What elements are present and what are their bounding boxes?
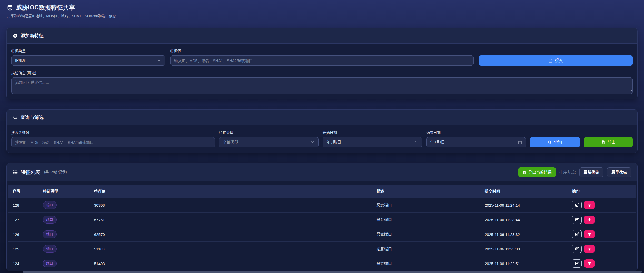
sort-mode-label: 排序方式:	[559, 170, 576, 175]
table-header-row: 序号 特征类型 特征值 描述 提交时间 操作	[8, 185, 636, 198]
calendar-icon[interactable]	[518, 140, 522, 144]
feature-type-select[interactable]: IP地址	[11, 55, 165, 66]
feature-list-card-header: 特征列表 (共128条记录) 导出当前结果 排序方式: 最新优先	[7, 163, 637, 181]
list-icon	[13, 170, 18, 175]
cell-time: 2025-11-06 11:22:51	[480, 261, 567, 266]
delete-button[interactable]	[584, 230, 595, 238]
cell-value: 30303	[90, 203, 372, 207]
end-date-value: 年 /月/日	[430, 140, 445, 145]
cell-value: 62570	[90, 232, 372, 237]
column-header-value: 特征值	[90, 189, 372, 194]
edit-button[interactable]	[572, 259, 582, 268]
type-badge: 端口	[43, 245, 57, 253]
cell-serial: 126	[8, 232, 38, 237]
cell-desc: 恶意端口	[372, 261, 480, 266]
cell-desc: 恶意端口	[372, 203, 480, 208]
edit-button[interactable]	[572, 245, 582, 253]
feature-type-selected-value: IP地址	[15, 58, 26, 63]
column-header-desc: 描述	[372, 189, 480, 194]
delete-button[interactable]	[584, 216, 595, 224]
cell-serial: 124	[8, 261, 38, 266]
cell-time: 2025-11-06 11:23:44	[480, 218, 567, 222]
column-header-serial: 序号	[8, 189, 38, 194]
table-row: 127 端口 57761 恶意端口 2025-11-06 11:23:44	[8, 213, 636, 227]
cell-type: 端口	[38, 230, 90, 238]
delete-button[interactable]	[584, 201, 595, 209]
feature-value-input[interactable]	[170, 55, 474, 66]
add-feature-card-title: 添加新特征	[21, 33, 44, 39]
delete-button[interactable]	[584, 259, 595, 268]
search-icon	[548, 140, 552, 144]
cell-value: 57761	[90, 218, 372, 222]
feature-type-label: 特征类型	[11, 49, 165, 53]
calendar-icon[interactable]	[414, 140, 418, 144]
end-date-input[interactable]: 年 /月/日	[426, 137, 526, 147]
sort-oldest-button[interactable]: 最早优先	[607, 167, 631, 177]
column-header-time: 提交时间	[480, 189, 567, 194]
query-button[interactable]: 查询	[530, 137, 580, 147]
cell-type: 端口	[38, 216, 90, 224]
cell-type: 端口	[38, 201, 90, 209]
table-row: 124 端口 51493 恶意端口 2025-11-06 11:22:51	[8, 256, 636, 271]
cell-desc: 恶意端口	[372, 232, 480, 237]
cell-actions	[567, 201, 636, 209]
horizontal-scrollbar[interactable]	[23, 271, 642, 273]
cell-type: 端口	[38, 245, 90, 253]
database-icon	[7, 5, 13, 11]
submit-button[interactable]: 提交	[479, 55, 633, 66]
sort-newest-button[interactable]: 最新优先	[579, 167, 603, 177]
filter-type-label: 特征类型	[219, 130, 319, 135]
feature-list-title: 特征列表	[21, 169, 40, 176]
plus-circle-icon	[13, 33, 18, 38]
description-label: 描述信息 (可选)	[11, 71, 633, 75]
feature-value-label: 特征值	[170, 49, 474, 53]
cell-time: 2025-11-06 11:23:03	[480, 247, 567, 251]
export-button-label: 导出	[608, 140, 616, 145]
description-textarea[interactable]	[11, 77, 633, 94]
keyword-input[interactable]	[11, 137, 215, 147]
cell-desc: 恶意端口	[372, 247, 480, 251]
column-header-type: 特征类型	[38, 189, 90, 194]
page-subtitle: 共享和查询恶意IP地址、MD5值、域名、SHA1、SHA256和端口信息	[7, 14, 637, 18]
end-date-label: 结束日期	[426, 130, 526, 135]
type-badge: 端口	[43, 201, 57, 209]
app-header: 威胁IOC数据特征共享 共享和查询恶意IP地址、MD5值、域名、SHA1、SHA…	[6, 3, 638, 18]
cell-serial: 125	[8, 247, 38, 251]
edit-button[interactable]	[572, 230, 582, 238]
cell-time: 2025-11-06 11:24:14	[480, 203, 567, 207]
page: 威胁IOC数据特征共享 共享和查询恶意IP地址、MD5值、域名、SHA1、SHA…	[0, 0, 644, 271]
search-icon	[13, 115, 18, 120]
delete-button[interactable]	[584, 245, 595, 253]
export-current-button-label: 导出当前结果	[529, 170, 552, 175]
chevron-down-icon	[157, 58, 161, 63]
filter-type-select[interactable]: 全部类型	[219, 137, 319, 147]
excel-file-icon	[522, 170, 526, 174]
add-feature-card: 添加新特征 特征类型 IP地址 特征值	[6, 28, 638, 99]
submit-button-label: 提交	[555, 58, 563, 63]
table-row: 125 端口 51103 恶意端口 2025-11-06 11:23:03	[8, 242, 636, 256]
export-current-button[interactable]: 导出当前结果	[518, 167, 556, 177]
start-date-input[interactable]: 年 /月/日	[323, 137, 422, 147]
table-row: 126 端口 62570 恶意端口 2025-11-06 11:23:32	[8, 227, 636, 242]
chevron-down-icon	[311, 140, 315, 144]
cell-serial: 128	[8, 203, 38, 207]
record-count: (共128条记录)	[44, 170, 67, 175]
export-button[interactable]: 导出	[584, 137, 633, 147]
type-badge: 端口	[43, 260, 57, 267]
keyword-label: 搜索关键词	[11, 130, 215, 135]
filter-card: 查询与筛选 搜索关键词 特征类型 全部类型	[6, 109, 638, 153]
cell-serial: 127	[8, 218, 38, 222]
start-date-value: 年 /月/日	[326, 140, 341, 145]
feature-table: 序号 特征类型 特征值 描述 提交时间 操作 128 端口 30303 恶意端口…	[8, 185, 636, 271]
type-badge: 端口	[43, 230, 57, 238]
edit-button[interactable]	[572, 216, 582, 224]
cell-actions	[567, 230, 636, 238]
filter-card-body: 搜索关键词 特征类型 全部类型 开始日期 年 /月/日	[7, 125, 637, 153]
cell-value: 51103	[90, 247, 372, 251]
table-row: 128 端口 30303 恶意端口 2025-11-06 11:24:14	[8, 198, 636, 213]
type-badge: 端口	[43, 216, 57, 224]
textarea-resize-handle[interactable]	[629, 90, 632, 93]
column-header-actions: 操作	[567, 189, 636, 194]
edit-button[interactable]	[572, 201, 582, 209]
cell-desc: 恶意端口	[372, 217, 480, 222]
